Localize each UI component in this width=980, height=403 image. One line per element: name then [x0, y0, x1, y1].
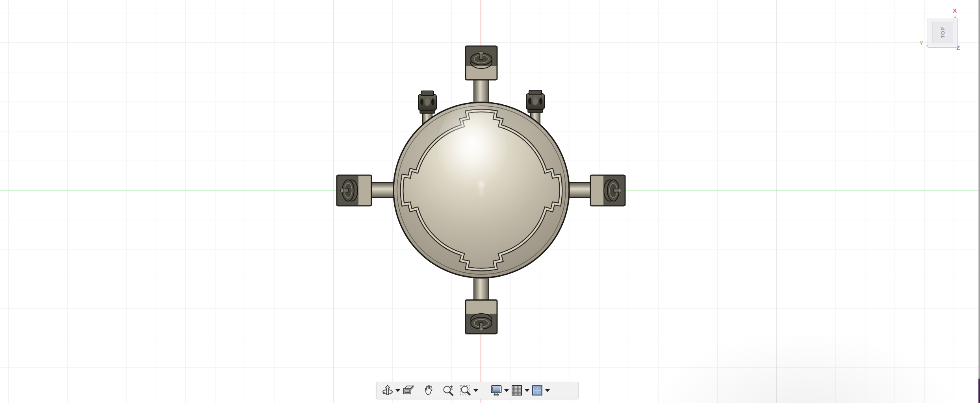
zoom-button[interactable] [441, 383, 455, 397]
fit-zoom-window-dropdown[interactable] [473, 383, 479, 397]
grid-icon [510, 384, 523, 397]
right-window-edge [978, 0, 980, 379]
viewports-button[interactable] [530, 383, 544, 397]
grid-and-snaps-dropdown[interactable] [524, 383, 530, 397]
orbit-dropdown[interactable] [395, 383, 401, 397]
grid-and-snaps-button[interactable] [510, 383, 524, 397]
valve-bottom[interactable] [466, 300, 497, 334]
valve-right[interactable] [590, 175, 625, 206]
viewcube-axis-y-label: Y [919, 39, 923, 46]
display-settings-dropdown[interactable] [503, 383, 510, 397]
viewports-dropdown[interactable] [544, 383, 551, 397]
dropdown-arrow-icon [524, 387, 530, 394]
right-window-edge-accent [978, 379, 980, 403]
look-at-icon [402, 384, 414, 397]
model-3d-view[interactable] [0, 0, 980, 403]
viewcube-axis-z-label: Z [956, 44, 960, 51]
viewports-icon [531, 384, 544, 397]
dropdown-arrow-icon [504, 387, 509, 394]
valve-left[interactable] [337, 175, 371, 206]
zoom-icon [442, 384, 455, 397]
dome-highlight [437, 104, 507, 189]
zoom-window-icon [459, 384, 472, 397]
viewcube-face-label: TOP [940, 26, 946, 38]
orbit-icon [381, 384, 394, 397]
fusion-viewport: TOP X Y Z [0, 0, 980, 403]
fit-zoom-window-button[interactable] [458, 383, 473, 397]
pan-icon [422, 384, 435, 397]
pan-button[interactable] [421, 383, 436, 397]
navigation-toolbar [376, 382, 579, 399]
dropdown-arrow-icon [473, 387, 479, 394]
dropdown-arrow-icon [395, 387, 401, 394]
orbit-button[interactable] [380, 383, 395, 397]
viewcube-top-face[interactable]: TOP [932, 22, 953, 43]
sphere-body[interactable] [393, 102, 569, 278]
dropdown-arrow-icon [545, 387, 550, 394]
viewcube-axis-x-label: X [953, 7, 957, 14]
valve-top[interactable] [466, 46, 497, 80]
viewcube-x-axis-dot [954, 17, 956, 18]
display-settings-button[interactable] [489, 383, 503, 397]
viewcube[interactable]: TOP [928, 18, 958, 47]
look-at-button[interactable] [401, 383, 415, 397]
display-settings-icon [490, 384, 503, 397]
viewcube-y-axis-dot [926, 45, 928, 46]
